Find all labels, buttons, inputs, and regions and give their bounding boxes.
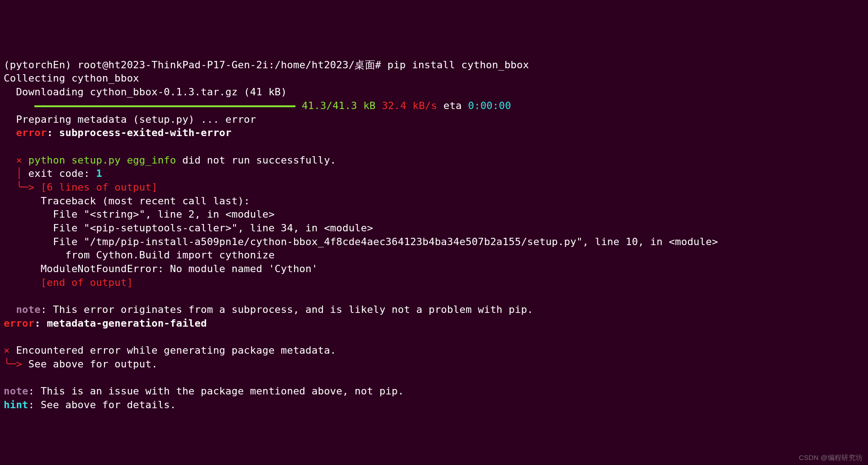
command-text: pip install cython_bbox — [388, 59, 529, 71]
pipe-icon: │ — [4, 168, 28, 179]
encountered-line: × Encountered error while generating pac… — [4, 345, 336, 356]
note-text: : This error originates from a subproces… — [41, 304, 534, 315]
eta-value: 0:00:00 — [468, 100, 511, 111]
arrow-icon: ╰─> — [4, 358, 22, 370]
see-above-line: ╰─> See above for output. — [4, 358, 158, 370]
egginfo-rest: did not run successfully. — [176, 154, 336, 166]
error-label: error — [4, 317, 34, 329]
traceback-line-3: File "<pip-setuptools-caller>", line 34,… — [4, 222, 373, 234]
prompt-line: (pytorchEn) root@ht2023-ThinkPad-P17-Gen… — [4, 59, 529, 71]
error-line-2: error: metadata-generation-failed — [4, 317, 207, 329]
hint-line: hint: See above for details. — [4, 399, 176, 410]
traceback-line-6: ModuleNotFoundError: No module named 'Cy… — [4, 263, 318, 274]
exitcode-value: 1 — [96, 168, 102, 179]
user-host: root@ht2023-ThinkPad-P17-Gen-2i — [77, 59, 268, 71]
preparing-line: Preparing metadata (setup.py) ... error — [4, 114, 256, 125]
exitcode-label: exit code: — [28, 168, 96, 179]
eta-label: eta — [443, 100, 462, 111]
error-label: error — [4, 127, 47, 138]
hint-label: hint — [4, 399, 28, 410]
progress-speed: 32.4 kB/s — [382, 100, 437, 111]
cwd-path: :/home/ht2023/桌面# — [268, 59, 381, 71]
error-msg: subprocess-exited-with-error — [59, 127, 231, 138]
egginfo-line: × python setup.py egg_info did not run s… — [4, 154, 336, 166]
note-label: note — [4, 304, 41, 315]
traceback-line-2: File "<string>", line 2, in <module> — [4, 208, 275, 220]
terminal-output[interactable]: (pytorchEn) root@ht2023-ThinkPad-P17-Gen… — [4, 58, 864, 412]
progress-line: 41.3/41.3 kB 32.4 kB/s eta 0:00:00 — [4, 100, 511, 111]
egginfo-cmd: python setup.py egg_info — [22, 154, 176, 166]
hint-text: : See above for details. — [28, 399, 176, 410]
collecting-line: Collecting cython_bbox — [4, 72, 139, 84]
end-of-output: [end of output] — [4, 277, 133, 288]
progress-size: 41.3/41.3 kB — [302, 100, 376, 111]
colon: : — [34, 317, 47, 329]
colon: : — [47, 127, 59, 138]
note-text: : This is an issue with the package ment… — [28, 385, 404, 397]
lines-header-text: [6 lines of output] — [34, 181, 158, 193]
cross-icon: × — [4, 345, 10, 356]
see-above-text: See above for output. — [22, 358, 158, 370]
error-line-1: error: subprocess-exited-with-error — [4, 127, 231, 138]
lines-header: ╰─> [6 lines of output] — [4, 181, 158, 193]
exitcode-line: │ exit code: 1 — [4, 168, 102, 179]
blank-line — [4, 141, 16, 152]
note-line-1: note: This error originates from a subpr… — [4, 304, 533, 315]
cross-icon: × — [4, 154, 22, 166]
env-name: (pytorchEn) — [4, 59, 71, 71]
error-msg: metadata-generation-failed — [47, 317, 207, 329]
traceback-line-4: File "/tmp/pip-install-a509pn1e/cython-b… — [4, 236, 718, 247]
note-label: note — [4, 385, 28, 397]
blank-line — [4, 290, 16, 301]
encountered-text: Encountered error while generating packa… — [10, 345, 336, 356]
downloading-line: Downloading cython_bbox-0.1.3.tar.gz (41… — [4, 86, 287, 98]
arrow-icon: ╰─> — [4, 181, 34, 193]
note-line-2: note: This is an issue with the package … — [4, 385, 404, 397]
progress-bar — [34, 105, 295, 107]
traceback-line-1: Traceback (most recent call last): — [4, 195, 250, 207]
watermark: CSDN @编程研究坊 — [799, 453, 863, 462]
traceback-line-5: from Cython.Build import cythonize — [4, 249, 275, 261]
